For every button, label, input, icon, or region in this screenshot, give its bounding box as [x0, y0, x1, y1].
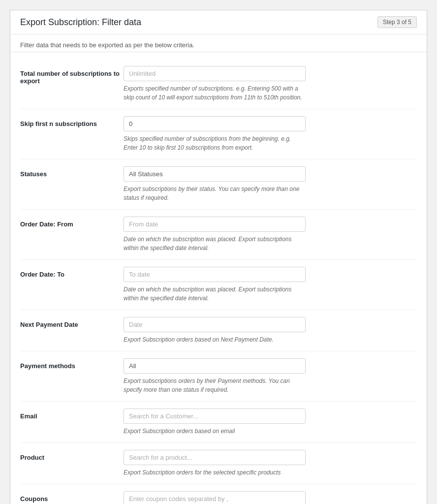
hint-total-subscriptions: Exports specified number of subscription… [124, 84, 306, 102]
form-row-total-subscriptions: Total number of subscriptions to export … [20, 59, 417, 109]
form-row-order-date-from: Order Date: From Date on which the subsc… [20, 210, 417, 260]
label-coupons: Coupons [20, 491, 124, 503]
page-description: Filter data that needs to be exported as… [10, 34, 427, 52]
form-row-product: Product Export Subscription orders for t… [20, 443, 417, 484]
field-wrap-next-payment-date: Export Subscription orders based on Next… [124, 317, 417, 344]
label-next-payment-date: Next Payment Date [20, 317, 124, 328]
label-product: Product [20, 450, 124, 461]
field-wrap-order-date-to: Date on which the subscription was place… [124, 267, 417, 303]
label-order-date-to: Order Date: To [20, 267, 124, 278]
input-statuses[interactable] [124, 166, 306, 182]
field-wrap-product: Export Subscription orders for the selec… [124, 450, 417, 477]
form-row-next-payment-date: Next Payment Date Export Subscription or… [20, 310, 417, 351]
form-row-skip-subscriptions: Skip first n subscriptions Skips specifi… [20, 109, 417, 159]
label-email: Email [20, 409, 124, 420]
input-order-date-from[interactable] [124, 217, 306, 232]
field-wrap-email: Export Subscription orders based on emai… [124, 409, 417, 436]
hint-next-payment-date: Export Subscription orders based on Next… [124, 335, 306, 344]
input-coupons[interactable] [124, 491, 306, 504]
hint-order-date-to: Date on which the subscription was place… [124, 285, 306, 303]
field-wrap-total-subscriptions: Exports specified number of subscription… [124, 66, 417, 102]
form-row-statuses: Statuses Export subscriptions by their s… [20, 159, 417, 210]
input-product[interactable] [124, 450, 306, 465]
hint-email: Export Subscription orders based on emai… [124, 427, 306, 436]
input-payment-methods[interactable] [124, 358, 306, 374]
input-skip-subscriptions[interactable] [124, 116, 306, 131]
hint-statuses: Export subscriptions by their status. Yo… [124, 185, 306, 202]
export-subscription-form: Export Subscription: Filter data Step 3 … [10, 10, 427, 504]
field-wrap-order-date-from: Date on which the subscription was place… [124, 217, 417, 252]
hint-payment-methods: Export subscriptions orders by their Pay… [124, 377, 306, 394]
page-title: Export Subscription: Filter data [20, 17, 141, 28]
label-total-subscriptions: Total number of subscriptions to export [20, 66, 124, 85]
input-next-payment-date[interactable] [124, 317, 306, 332]
input-order-date-to[interactable] [124, 267, 306, 282]
field-wrap-coupons: Export Subscription orders based on coup… [124, 491, 417, 504]
form-body: Total number of subscriptions to export … [10, 54, 427, 504]
label-order-date-from: Order Date: From [20, 217, 124, 228]
page-header: Export Subscription: Filter data Step 3 … [10, 10, 427, 34]
form-row-coupons: Coupons Export Subscription orders based… [20, 484, 417, 504]
label-payment-methods: Payment methods [20, 358, 124, 370]
label-skip-subscriptions: Skip first n subscriptions [20, 116, 124, 127]
field-wrap-statuses: Export subscriptions by their status. Yo… [124, 166, 417, 202]
input-total-subscriptions[interactable] [124, 66, 306, 81]
hint-product: Export Subscription orders for the selec… [124, 468, 306, 477]
form-row-email: Email Export Subscription orders based o… [20, 402, 417, 443]
input-email[interactable] [124, 409, 306, 424]
form-row-order-date-to: Order Date: To Date on which the subscri… [20, 260, 417, 310]
field-wrap-payment-methods: Export subscriptions orders by their Pay… [124, 358, 417, 394]
hint-order-date-from: Date on which the subscription was place… [124, 235, 306, 252]
form-row-payment-methods: Payment methods Export subscriptions ord… [20, 351, 417, 402]
hint-skip-subscriptions: Skips specified number of subscriptions … [124, 134, 306, 152]
label-statuses: Statuses [20, 166, 124, 178]
step-badge: Step 3 of 5 [377, 16, 417, 28]
field-wrap-skip-subscriptions: Skips specified number of subscriptions … [124, 116, 417, 152]
